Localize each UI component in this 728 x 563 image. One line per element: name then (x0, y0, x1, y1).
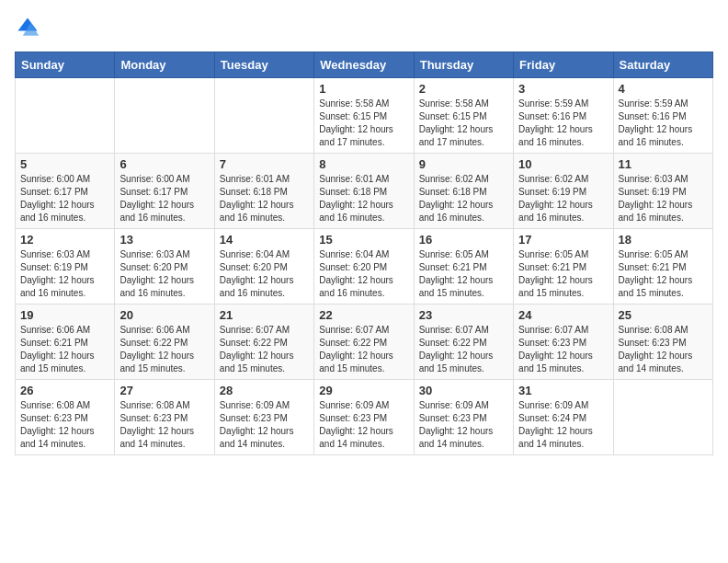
calendar-cell: 12Sunrise: 6:03 AM Sunset: 6:19 PM Dayli… (16, 229, 115, 304)
day-number: 2 (419, 82, 508, 96)
calendar-week-row: 12Sunrise: 6:03 AM Sunset: 6:19 PM Dayli… (16, 229, 713, 304)
day-number: 11 (619, 157, 708, 171)
calendar-table: SundayMondayTuesdayWednesdayThursdayFrid… (15, 52, 713, 455)
day-info: Sunrise: 6:09 AM Sunset: 6:24 PM Dayligh… (518, 399, 608, 451)
day-info: Sunrise: 6:08 AM Sunset: 6:23 PM Dayligh… (619, 324, 708, 375)
day-number: 24 (518, 308, 608, 322)
day-info: Sunrise: 6:01 AM Sunset: 6:18 PM Dayligh… (220, 173, 309, 224)
calendar-cell: 16Sunrise: 6:05 AM Sunset: 6:21 PM Dayli… (414, 229, 513, 304)
calendar-cell: 21Sunrise: 6:07 AM Sunset: 6:22 PM Dayli… (214, 304, 313, 380)
weekday-header: Sunday (16, 52, 115, 78)
day-number: 13 (119, 233, 209, 247)
calendar-cell: 27Sunrise: 6:08 AM Sunset: 6:23 PM Dayli… (115, 380, 214, 455)
calendar-cell: 19Sunrise: 6:06 AM Sunset: 6:21 PM Dayli… (16, 304, 115, 380)
day-info: Sunrise: 6:06 AM Sunset: 6:21 PM Dayligh… (20, 324, 109, 375)
day-number: 30 (419, 384, 508, 397)
day-info: Sunrise: 6:03 AM Sunset: 6:20 PM Dayligh… (119, 248, 209, 300)
calendar-cell: 30Sunrise: 6:09 AM Sunset: 6:23 PM Dayli… (414, 380, 513, 455)
page-header (15, 15, 713, 40)
day-number: 10 (518, 157, 608, 171)
day-number: 7 (220, 157, 309, 171)
calendar-cell: 1Sunrise: 5:58 AM Sunset: 6:15 PM Daylig… (314, 78, 414, 154)
day-info: Sunrise: 6:08 AM Sunset: 6:23 PM Dayligh… (119, 399, 209, 451)
day-info: Sunrise: 6:07 AM Sunset: 6:22 PM Dayligh… (319, 324, 408, 375)
day-info: Sunrise: 6:05 AM Sunset: 6:21 PM Dayligh… (619, 248, 708, 300)
day-number: 4 (619, 82, 708, 96)
calendar-cell: 25Sunrise: 6:08 AM Sunset: 6:23 PM Dayli… (613, 304, 712, 380)
day-number: 25 (619, 308, 708, 322)
calendar-week-row: 5Sunrise: 6:00 AM Sunset: 6:17 PM Daylig… (16, 154, 713, 229)
weekday-header: Tuesday (214, 52, 313, 78)
day-info: Sunrise: 6:04 AM Sunset: 6:20 PM Dayligh… (220, 248, 309, 300)
calendar-week-row: 26Sunrise: 6:08 AM Sunset: 6:23 PM Dayli… (16, 380, 713, 455)
day-info: Sunrise: 6:05 AM Sunset: 6:21 PM Dayligh… (419, 248, 508, 300)
calendar-cell: 6Sunrise: 6:00 AM Sunset: 6:17 PM Daylig… (115, 154, 214, 229)
calendar-cell (214, 78, 313, 154)
logo (15, 15, 44, 40)
calendar-cell: 28Sunrise: 6:09 AM Sunset: 6:23 PM Dayli… (214, 380, 313, 455)
calendar-cell: 17Sunrise: 6:05 AM Sunset: 6:21 PM Dayli… (514, 229, 613, 304)
day-number: 9 (419, 157, 508, 171)
day-info: Sunrise: 6:03 AM Sunset: 6:19 PM Dayligh… (20, 248, 109, 300)
day-number: 23 (419, 308, 508, 322)
calendar-cell: 20Sunrise: 6:06 AM Sunset: 6:22 PM Dayli… (115, 304, 214, 380)
day-info: Sunrise: 6:09 AM Sunset: 6:23 PM Dayligh… (419, 399, 508, 451)
day-number: 29 (319, 384, 408, 397)
day-number: 22 (319, 308, 408, 322)
day-number: 19 (20, 308, 109, 322)
day-info: Sunrise: 6:06 AM Sunset: 6:22 PM Dayligh… (119, 324, 209, 375)
day-info: Sunrise: 6:00 AM Sunset: 6:17 PM Dayligh… (20, 173, 109, 224)
calendar-cell (115, 78, 214, 154)
day-info: Sunrise: 6:09 AM Sunset: 6:23 PM Dayligh… (220, 399, 309, 451)
calendar-cell: 5Sunrise: 6:00 AM Sunset: 6:17 PM Daylig… (16, 154, 115, 229)
day-number: 27 (119, 384, 209, 397)
day-number: 15 (319, 233, 408, 247)
day-info: Sunrise: 5:58 AM Sunset: 6:15 PM Dayligh… (319, 98, 408, 149)
calendar-week-row: 19Sunrise: 6:06 AM Sunset: 6:21 PM Dayli… (16, 304, 713, 380)
calendar-cell: 3Sunrise: 5:59 AM Sunset: 6:16 PM Daylig… (514, 78, 613, 154)
calendar-cell: 29Sunrise: 6:09 AM Sunset: 6:23 PM Dayli… (314, 380, 414, 455)
calendar-cell: 22Sunrise: 6:07 AM Sunset: 6:22 PM Dayli… (314, 304, 414, 380)
day-info: Sunrise: 6:07 AM Sunset: 6:22 PM Dayligh… (419, 324, 508, 375)
day-number: 1 (319, 82, 408, 96)
calendar-cell: 13Sunrise: 6:03 AM Sunset: 6:20 PM Dayli… (115, 229, 214, 304)
day-info: Sunrise: 6:05 AM Sunset: 6:21 PM Dayligh… (518, 248, 608, 300)
logo-icon (15, 15, 40, 40)
calendar-cell (613, 380, 712, 455)
day-number: 14 (220, 233, 309, 247)
day-info: Sunrise: 6:07 AM Sunset: 6:23 PM Dayligh… (518, 324, 608, 375)
calendar-cell: 14Sunrise: 6:04 AM Sunset: 6:20 PM Dayli… (214, 229, 313, 304)
day-number: 18 (619, 233, 708, 247)
day-number: 5 (20, 157, 109, 171)
calendar-cell: 10Sunrise: 6:02 AM Sunset: 6:19 PM Dayli… (514, 154, 613, 229)
calendar-cell: 4Sunrise: 5:59 AM Sunset: 6:16 PM Daylig… (613, 78, 712, 154)
day-number: 31 (518, 384, 608, 397)
day-info: Sunrise: 6:09 AM Sunset: 6:23 PM Dayligh… (319, 399, 408, 451)
day-number: 21 (220, 308, 309, 322)
calendar-cell: 9Sunrise: 6:02 AM Sunset: 6:18 PM Daylig… (414, 154, 513, 229)
day-number: 6 (119, 157, 209, 171)
calendar-cell: 7Sunrise: 6:01 AM Sunset: 6:18 PM Daylig… (214, 154, 313, 229)
day-info: Sunrise: 6:04 AM Sunset: 6:20 PM Dayligh… (319, 248, 408, 300)
calendar-cell (16, 78, 115, 154)
calendar-cell: 2Sunrise: 5:58 AM Sunset: 6:15 PM Daylig… (414, 78, 513, 154)
calendar-cell: 8Sunrise: 6:01 AM Sunset: 6:18 PM Daylig… (314, 154, 414, 229)
calendar-cell: 26Sunrise: 6:08 AM Sunset: 6:23 PM Dayli… (16, 380, 115, 455)
calendar-cell: 24Sunrise: 6:07 AM Sunset: 6:23 PM Dayli… (514, 304, 613, 380)
calendar-cell: 31Sunrise: 6:09 AM Sunset: 6:24 PM Dayli… (514, 380, 613, 455)
day-number: 20 (119, 308, 209, 322)
calendar-week-row: 1Sunrise: 5:58 AM Sunset: 6:15 PM Daylig… (16, 78, 713, 154)
weekday-header: Saturday (613, 52, 712, 78)
day-info: Sunrise: 6:02 AM Sunset: 6:18 PM Dayligh… (419, 173, 508, 224)
weekday-header: Wednesday (314, 52, 414, 78)
day-info: Sunrise: 6:01 AM Sunset: 6:18 PM Dayligh… (319, 173, 408, 224)
day-info: Sunrise: 5:59 AM Sunset: 6:16 PM Dayligh… (619, 98, 708, 149)
weekday-header-row: SundayMondayTuesdayWednesdayThursdayFrid… (16, 52, 713, 78)
weekday-header: Thursday (414, 52, 513, 78)
calendar-cell: 11Sunrise: 6:03 AM Sunset: 6:19 PM Dayli… (613, 154, 712, 229)
day-info: Sunrise: 5:59 AM Sunset: 6:16 PM Dayligh… (518, 98, 608, 149)
day-number: 3 (518, 82, 608, 96)
weekday-header: Monday (115, 52, 214, 78)
calendar-cell: 15Sunrise: 6:04 AM Sunset: 6:20 PM Dayli… (314, 229, 414, 304)
day-info: Sunrise: 6:08 AM Sunset: 6:23 PM Dayligh… (20, 399, 109, 451)
